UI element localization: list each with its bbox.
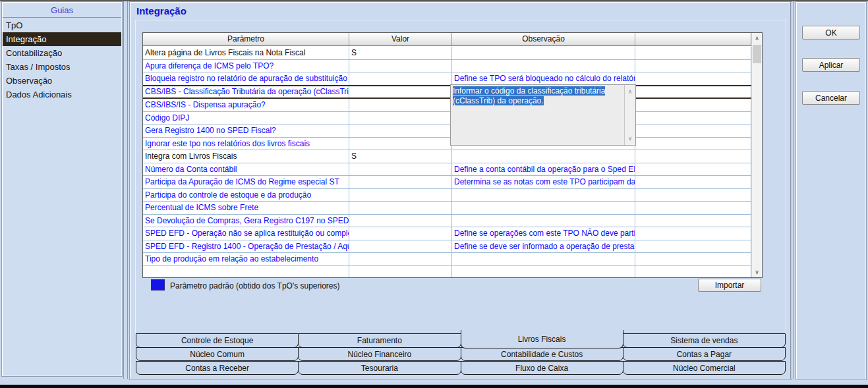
cell-extra[interactable] [635,266,751,278]
grid-row-se-devolucao-de-compras-gera-registro-c197-no-sped-fiscal[interactable]: Se Devolução de Compras, Gera Registro C… [143,215,751,228]
tab-nucleo-financeiro[interactable]: Núcleo Financeiro [298,347,461,361]
grid-row-blank[interactable] [143,266,751,278]
cell-extra[interactable] [635,189,751,202]
cell-parametro[interactable]: Código DIPJ [143,112,349,125]
cell-extra[interactable] [635,86,751,98]
cell-parametro[interactable]: CBS/IBS - Classificação Tributária da op… [143,86,349,98]
sidebar-item-integracao[interactable]: Integração [3,32,121,46]
cell-parametro[interactable]: Bloqueia registro no relatório de apuraç… [143,72,349,85]
grid-row-ignorar-este-tpo-nos-relatorios-dos-livros-fiscais[interactable]: Ignorar este tpo nos relatórios dos livr… [143,138,751,151]
splitter-right[interactable] [793,1,794,379]
cell-valor[interactable] [349,202,452,214]
cell-parametro[interactable]: Tipo de produção em relação ao estabelec… [143,253,349,265]
cell-observacao[interactable]: Define se TPO será bloqueado no cálculo … [452,72,635,85]
cell-valor[interactable] [349,163,452,176]
observacao-memo-editor[interactable]: Informar o código da classificação tribu… [450,84,636,146]
grid-row-cbs-ibs-is-dispensa-apuracao[interactable]: CBS/IBS/IS - Dispensa apuração? [143,99,751,112]
sidebar-item-contabilizacao[interactable]: Contabilização [3,46,121,60]
cell-extra[interactable] [635,176,751,188]
cell-extra[interactable] [635,253,751,265]
sidebar-item-observacao[interactable]: Observação [3,74,121,88]
grid-row-apura-diferenca-de-icms-pelo-tpo[interactable]: Apura diferença de ICMS pelo TPO? [143,60,751,73]
cell-extra[interactable] [635,240,751,253]
cell-extra[interactable] [635,72,751,85]
cell-valor[interactable]: S [349,150,452,163]
cell-observacao[interactable] [452,266,635,278]
cell-valor[interactable] [349,240,452,253]
cell-observacao[interactable] [452,202,635,214]
cell-parametro[interactable]: Integra com Livros Fiscais [143,150,349,163]
cell-valor[interactable] [349,189,452,202]
scroll-up-icon[interactable]: ∧ [752,33,762,43]
scrollbar-thumb[interactable] [753,45,761,63]
cell-valor[interactable] [349,266,452,278]
tab-fluxo-de-caixa[interactable]: Fluxo de Caixa [461,361,623,375]
grid-row-gera-registro-1400-no-sped-fiscal[interactable]: Gera Registro 1400 no SPED Fiscal? [143,125,751,138]
grid-row-tipo-de-producao-em-relacao-ao-estabelecimento[interactable]: Tipo de produção em relação ao estabelec… [143,253,751,266]
cell-valor[interactable] [349,176,452,188]
cell-valor[interactable] [349,112,452,125]
sidebar-item-taxas-impostos[interactable]: Taxas / Impostos [3,60,121,74]
memo-scrollbar[interactable]: ∧ ∨ [624,85,635,145]
cell-observacao[interactable] [452,60,635,72]
cell-extra[interactable] [635,99,751,111]
tab-tesouraria[interactable]: Tesouraria [298,361,461,375]
sidebar-item-tpo[interactable]: TpO [3,18,121,32]
cell-valor[interactable] [349,227,452,240]
grid-row-bloqueia-registro-no-relatorio-de-apuracao-de-substituicao-tribut[interactable]: Bloqueia registro no relatório de apuraç… [143,72,751,86]
cell-parametro[interactable]: Ignorar este tpo nos relatórios dos livr… [143,138,349,150]
grid-row-sped-efd-registro-1400-operacao-de-prestacao-aquisicao[interactable]: SPED EFD - Registro 1400 - Operação de P… [143,240,751,254]
cell-parametro[interactable] [143,266,349,278]
cell-extra[interactable] [635,47,751,59]
memo-scroll-down-icon[interactable]: ∨ [625,133,635,144]
cell-extra[interactable] [635,112,751,125]
cell-extra[interactable] [635,138,751,150]
importar-button[interactable]: Importar [698,279,761,292]
grid-row-codigo-dipj[interactable]: Código DIPJ [143,112,751,125]
memo-scroll-up-icon[interactable]: ∧ [625,86,635,97]
grid-row-cbs-ibs-classificacao-tributaria-da-operacao-cclasstrib[interactable]: CBS/IBS - Classificação Tributária da op… [143,85,751,99]
cell-valor[interactable] [349,72,452,85]
tab-contas-a-receber[interactable]: Contas a Receber [136,361,299,375]
cell-observacao[interactable] [452,189,635,202]
cell-valor[interactable] [349,86,452,98]
cell-valor[interactable] [349,125,452,137]
tab-controle-de-estoque[interactable]: Controle de Estoque [136,333,299,348]
cell-extra[interactable] [635,150,751,163]
tab-nucleo-comercial[interactable]: Núcleo Comercial [623,361,786,375]
grid-row-altera-pagina-de-livros-fiscais-na-nota-fiscal[interactable]: Altera página de Livros Fiscais na Nota … [143,47,751,60]
grid-row-sped-efd-operacao-nao-se-aplica-restituicao-ou-complementa[interactable]: SPED EFD - Operação não se aplica restit… [143,227,751,240]
cell-observacao[interactable]: Define se operações com este TPO NÃO dev… [452,227,635,240]
scroll-down-icon[interactable]: ∨ [752,267,762,277]
tab-sistema-de-vendas[interactable]: Sistema de vendas [623,333,786,348]
aplicar-button[interactable]: Aplicar [802,58,860,72]
cell-parametro[interactable]: Número da Conta contábil [143,163,349,176]
memo-text[interactable]: Informar o código da classificação tribu… [451,85,624,145]
cell-valor[interactable]: S [349,47,452,59]
cell-parametro[interactable]: Apura diferença de ICMS pelo TPO? [143,60,349,72]
ok-button[interactable]: OK [802,26,860,40]
grid-row-participa-do-controle-de-estoque-e-da-producao[interactable]: Participa do controle de estoque e da pr… [143,189,751,202]
tab-livros-fiscais[interactable]: Livros Fiscais [461,330,623,348]
cell-observacao[interactable]: Define se deve ser informado a operação … [452,240,635,253]
cell-observacao[interactable]: Define a conta contábil da operação para… [452,163,635,176]
cell-parametro[interactable]: Se Devolução de Compras, Gera Registro C… [143,215,349,227]
cell-parametro[interactable]: SPED EFD - Operação não se aplica restit… [143,227,349,240]
cell-extra[interactable] [635,60,751,72]
grid-row-numero-da-conta-contabil[interactable]: Número da Conta contábilDefine a conta c… [143,163,751,177]
splitter-left[interactable] [123,1,124,379]
cell-observacao[interactable] [452,47,635,59]
cell-extra[interactable] [635,227,751,240]
cell-extra[interactable] [635,202,751,214]
cancelar-button[interactable]: Cancelar [802,91,860,105]
tab-contabilidade-e-custos[interactable]: Contabilidade e Custos [461,347,623,361]
cell-valor[interactable] [349,253,452,265]
cell-parametro[interactable]: Percentual de ICMS sobre Frete [143,202,349,214]
cell-parametro[interactable]: SPED EFD - Registro 1400 - Operação de P… [143,240,349,253]
cell-valor[interactable] [349,215,452,227]
tab-nucleo-comum[interactable]: Núcleo Comum [136,347,299,361]
cell-valor[interactable] [349,99,452,111]
cell-extra[interactable] [635,163,751,176]
parameters-grid[interactable]: Parâmetro Valor Observação Altera página… [142,32,763,278]
grid-row-percentual-de-icms-sobre-frete[interactable]: Percentual de ICMS sobre Frete [143,202,751,215]
